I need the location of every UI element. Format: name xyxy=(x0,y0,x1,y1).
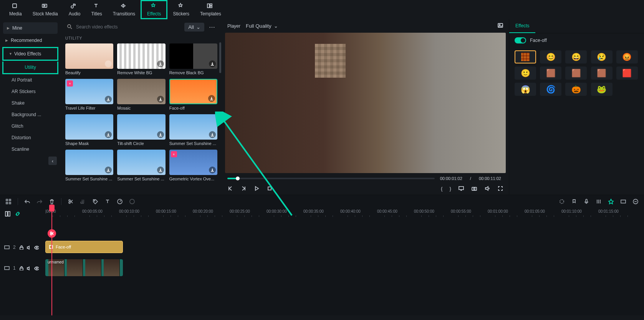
sidebar-item-shake[interactable]: Shake xyxy=(0,97,61,109)
tab-templates[interactable]: Templates xyxy=(195,1,227,18)
tab-stock-media[interactable]: Stock Media xyxy=(27,1,63,18)
sidebar-back-button[interactable]: ‹ xyxy=(48,157,57,165)
effect-toggle[interactable] xyxy=(515,37,526,43)
effect-card[interactable]: Remove Black BG xyxy=(169,43,217,75)
effect-card[interactable]: ♦Geometric Vortex Ove... xyxy=(169,150,217,181)
more-menu-button[interactable]: ⋯ xyxy=(207,23,217,31)
timeline-layout-button[interactable] xyxy=(5,211,11,217)
track-number: 1 xyxy=(13,265,16,271)
color-button[interactable] xyxy=(129,198,135,205)
tab-transitions[interactable]: Transitions xyxy=(108,1,141,18)
effect-card[interactable]: Shape Mask xyxy=(65,114,113,146)
prev-frame-button[interactable] xyxy=(227,185,233,192)
speed-button[interactable] xyxy=(117,198,123,205)
sidebar-item-background[interactable]: Background ... xyxy=(0,109,61,120)
mark-out-button[interactable]: } xyxy=(450,185,451,192)
track-visibility-button[interactable] xyxy=(34,266,39,270)
tab-titles[interactable]: Titles xyxy=(86,1,107,18)
aspect-button[interactable] xyxy=(620,198,626,205)
snapshot-button[interactable] xyxy=(497,22,503,30)
play-button[interactable] xyxy=(253,185,260,192)
svg-point-30 xyxy=(50,233,52,235)
tab-stickers[interactable]: Stickers xyxy=(167,1,195,18)
face-option[interactable]: 🐸 xyxy=(591,83,613,96)
sidebar-item-ar-stickers[interactable]: AR Stickers xyxy=(0,86,61,97)
fullscreen-button[interactable] xyxy=(497,185,503,192)
tab-effects[interactable]: Effects xyxy=(141,0,167,19)
zoom-out-button[interactable] xyxy=(632,198,639,205)
sidebar-cat-video-effects[interactable]: ▼Video Effects xyxy=(2,47,58,61)
face-option[interactable]: 😡 xyxy=(616,50,638,63)
sidebar-cat-mine[interactable]: ▶Mine xyxy=(3,22,58,34)
face-option[interactable]: 🟫 xyxy=(591,67,613,80)
effect-card[interactable]: Summer Set Sunshine ... xyxy=(117,150,165,181)
stop-button[interactable] xyxy=(267,185,273,192)
filter-dropdown[interactable]: All⌄ xyxy=(184,23,204,32)
undo-button[interactable] xyxy=(24,198,30,205)
search-input[interactable]: Search video effects xyxy=(65,22,181,32)
marker-button[interactable] xyxy=(571,198,577,205)
track-mute-button[interactable] xyxy=(26,266,31,270)
ai-button[interactable] xyxy=(608,198,614,205)
effect-card[interactable]: ♦Travel Life Filter xyxy=(65,79,113,110)
effect-card[interactable]: Tilt-shift Circle xyxy=(117,114,165,146)
video-clip[interactable]: unnamed xyxy=(45,259,123,276)
download-badge xyxy=(105,131,112,138)
sidebar-item-distortion[interactable]: Distortion xyxy=(0,132,61,143)
tab-audio[interactable]: Audio xyxy=(63,1,86,18)
sidebar-item-glitch[interactable]: Glitch xyxy=(0,120,61,132)
face-option[interactable]: 😄 xyxy=(565,50,587,63)
mixer-button[interactable] xyxy=(596,198,602,205)
fx-clip[interactable]: Face-off xyxy=(45,241,123,253)
sidebar-item-scanline[interactable]: Scanline xyxy=(0,143,61,155)
face-option[interactable]: 🟫 xyxy=(565,67,587,80)
properties-tab-effects[interactable]: Effects xyxy=(509,19,535,33)
mark-in-button[interactable]: { xyxy=(441,185,442,192)
delete-button[interactable] xyxy=(49,198,55,205)
track-lock-button[interactable] xyxy=(19,266,23,270)
effect-card[interactable]: Face-off xyxy=(169,79,217,110)
quality-dropdown[interactable]: Full Quality⌄ xyxy=(246,23,278,29)
effect-card[interactable]: Remove White BG xyxy=(117,43,165,75)
volume-button[interactable] xyxy=(484,185,490,192)
face-option[interactable]: 🟫 xyxy=(540,67,561,80)
download-badge xyxy=(209,131,216,138)
face-option[interactable]: 🌀 xyxy=(540,83,561,96)
svg-rect-24 xyxy=(586,199,587,202)
track-lock-button[interactable] xyxy=(19,245,23,250)
scrollbar[interactable] xyxy=(219,42,221,73)
face-option[interactable]: 😱 xyxy=(515,83,536,96)
seek-bar[interactable] xyxy=(227,178,435,179)
sidebar-item-ai-portrait[interactable]: AI Portrait xyxy=(0,74,61,86)
render-button[interactable] xyxy=(559,198,565,205)
tab-media[interactable]: Media xyxy=(4,1,27,18)
redo-button[interactable] xyxy=(36,198,43,205)
effect-card[interactable]: Beautify xyxy=(65,43,113,75)
effect-card[interactable]: Mosaic xyxy=(117,79,165,110)
display-button[interactable] xyxy=(458,185,464,192)
track-mute-button[interactable] xyxy=(26,245,31,250)
tag-button[interactable] xyxy=(92,198,98,205)
timeline-link-button[interactable] xyxy=(15,211,21,217)
face-option[interactable]: 🎃 xyxy=(565,83,587,96)
timeline-ruler[interactable]: |00:0000:00:05:0000:00:10:0000:00:15:000… xyxy=(45,208,644,220)
playhead[interactable] xyxy=(51,208,52,315)
text-button[interactable] xyxy=(104,198,111,205)
track-visibility-button[interactable] xyxy=(34,245,39,250)
face-option[interactable]: 🟥 xyxy=(616,67,638,80)
audio-detach-button[interactable] xyxy=(80,198,86,205)
split-button[interactable] xyxy=(68,198,74,205)
camera-button[interactable] xyxy=(471,185,477,192)
face-option[interactable]: 😊 xyxy=(540,50,561,63)
grid-button[interactable] xyxy=(5,198,12,205)
effect-card[interactable]: Summer Set Sunshine ... xyxy=(65,150,113,181)
face-option[interactable]: 🙂 xyxy=(515,67,536,80)
player-viewport[interactable] xyxy=(225,33,506,173)
sidebar-item-utility[interactable]: Utility xyxy=(2,62,58,74)
face-option[interactable] xyxy=(515,50,536,63)
effect-card[interactable]: Summer Set Sunshine ... xyxy=(169,114,217,146)
sidebar-cat-recommended[interactable]: ▶Recommended xyxy=(0,35,61,46)
next-frame-button[interactable] xyxy=(240,185,247,192)
face-option[interactable]: 😢 xyxy=(591,50,613,63)
voiceover-button[interactable] xyxy=(583,198,589,205)
